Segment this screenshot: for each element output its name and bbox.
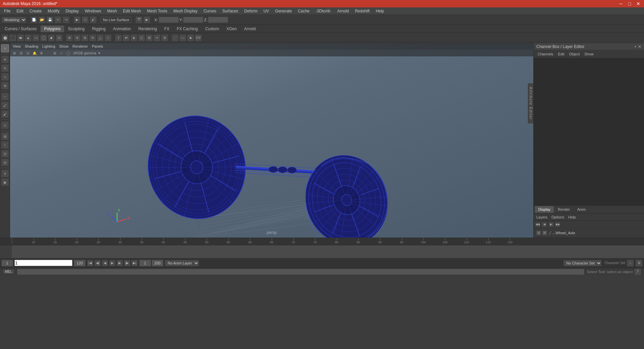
extrude-icon[interactable]: ⇪ <box>115 34 122 42</box>
layer-name[interactable]: ...Wheel_Axle <box>552 231 575 235</box>
z-input[interactable] <box>208 17 228 23</box>
menu-redshift[interactable]: Redshift <box>352 8 372 14</box>
prev-frame-btn[interactable]: ◀| <box>94 260 101 266</box>
title-bar-controls[interactable]: ─ □ ✕ <box>618 1 641 6</box>
vp-btn-3[interactable]: ⊡ <box>25 50 31 56</box>
jump-end-btn[interactable]: ▶| <box>131 260 138 266</box>
select-btn[interactable]: ▶ <box>73 16 81 23</box>
layer-vis-p[interactable]: P <box>542 231 547 235</box>
timeline-bar[interactable] <box>0 245 644 258</box>
vp-btn-2[interactable]: ⊟ <box>18 50 24 56</box>
separate-icon[interactable]: ⊖ <box>73 34 81 42</box>
anim-range-start[interactable] <box>139 260 151 266</box>
help-subtab[interactable]: Help <box>567 215 577 219</box>
vp-smooth-btn[interactable]: ◯ <box>65 50 71 56</box>
tab-animation[interactable]: Animation <box>110 26 134 32</box>
menu-mesh-display[interactable]: Mesh Display <box>171 8 200 14</box>
layer-next-btn[interactable]: ▶ <box>548 222 554 227</box>
menu-create[interactable]: Create <box>27 8 44 14</box>
menu-file[interactable]: File <box>1 8 13 14</box>
triangulate-icon[interactable]: △ <box>97 34 104 42</box>
boolean-icon[interactable]: ⊗ <box>81 34 89 42</box>
layer-play-btn[interactable]: ◀◀ <box>535 222 540 227</box>
snap-grid-btn[interactable]: ⊞ <box>1 132 9 140</box>
menu-mesh-tools[interactable]: Mesh Tools <box>144 8 170 14</box>
settings-btn[interactable]: ⚙ <box>635 259 643 267</box>
layer-prev-btn[interactable]: ◀ <box>542 222 547 227</box>
panel-close-btn[interactable]: ✕ <box>638 44 641 49</box>
anim-range-end[interactable] <box>152 260 163 266</box>
smooth-icon[interactable]: ≋ <box>89 34 96 42</box>
tab-xgen[interactable]: XGen <box>223 26 240 32</box>
display-tab-anim[interactable]: Anim <box>574 206 589 213</box>
prev-key-btn[interactable]: ◀ <box>102 260 108 266</box>
command-help-btn[interactable]: ? <box>634 268 641 276</box>
x-input[interactable] <box>159 17 179 23</box>
sculpt-btn[interactable]: 🖊 <box>1 101 9 109</box>
scale-tool-btn[interactable]: ⤡ <box>1 73 9 81</box>
paint-sel-btn[interactable]: 🖌 <box>1 110 9 118</box>
next-key-btn[interactable]: ▶ <box>116 260 123 266</box>
menu-mesh[interactable]: Mesh <box>104 8 119 14</box>
tab-sculpting[interactable]: Sculpting <box>65 26 88 32</box>
lasso-btn[interactable]: ⬡ <box>82 16 89 23</box>
redo-btn[interactable]: ↪ <box>62 16 70 23</box>
range-start-input[interactable] <box>1 260 13 266</box>
tab-rendering[interactable]: Rendering <box>135 26 160 32</box>
no-live-surface-btn[interactable]: No Live Surface <box>101 17 131 23</box>
tab-fx-caching[interactable]: FX Caching <box>173 26 201 32</box>
prism-icon[interactable]: ◆ <box>48 34 55 42</box>
menu-help[interactable]: Help <box>373 8 387 14</box>
vp-btn-5[interactable]: ⚙ <box>38 50 44 56</box>
quadrangulate-icon[interactable]: □ <box>104 34 112 42</box>
close-btn[interactable]: ✕ <box>635 1 641 6</box>
char-set-select[interactable]: No Character Set <box>563 260 602 266</box>
select-tool-btn[interactable]: ↖ <box>1 44 9 52</box>
isolate-sel-btn[interactable]: ◉ <box>1 178 9 186</box>
rotate-tool-btn[interactable]: ↻ <box>1 64 9 72</box>
mel-label[interactable]: MEL <box>3 269 14 274</box>
save-btn[interactable]: 💾 <box>46 16 54 23</box>
options-subtab[interactable]: Options <box>550 215 566 219</box>
display-tab-display[interactable]: Display <box>535 206 554 213</box>
tab-rigging[interactable]: Rigging <box>89 26 109 32</box>
menu-generate[interactable]: Generate <box>272 8 294 14</box>
select-verts-icon[interactable]: · <box>171 34 179 42</box>
menu-edit[interactable]: Edit <box>14 8 26 14</box>
minimize-btn[interactable]: ─ <box>618 1 624 6</box>
menu-curves[interactable]: Curves <box>201 8 219 14</box>
menu-3dtoall[interactable]: -3DtoAll- <box>313 8 334 14</box>
play-btn[interactable]: ▶ <box>109 260 116 266</box>
anim-layer-select[interactable]: No Anim Layer <box>165 260 199 266</box>
display-tab-render[interactable]: Render <box>554 206 573 213</box>
panel-expand-btn[interactable]: + <box>634 44 637 49</box>
merge-icon[interactable]: ⟨⟩ <box>138 34 145 42</box>
plane-icon[interactable]: ▭ <box>32 34 40 42</box>
open-btn[interactable]: 📂 <box>38 16 46 23</box>
vp-grid-btn[interactable]: ⊞ <box>52 50 58 56</box>
cb-tab-show[interactable]: Show <box>583 52 595 56</box>
target-weld-icon[interactable]: ⊛ <box>161 34 168 42</box>
vp-wireframe-btn[interactable]: □ <box>58 50 64 56</box>
paint-btn[interactable]: 🖌 <box>90 16 97 23</box>
frame-end-input[interactable] <box>74 260 86 266</box>
sphere-icon[interactable]: ⬤ <box>1 34 9 42</box>
tab-curves-surfaces[interactable]: Curves / Surfaces <box>1 26 40 32</box>
menu-cache[interactable]: Cache <box>295 8 312 14</box>
timeline-ruler[interactable]: 5101520253035404550556065707580859095100… <box>0 238 644 245</box>
viewport-info-btn[interactable]: ℹ <box>1 169 9 178</box>
undo-btn[interactable]: ↩ <box>54 16 62 23</box>
menu-modify[interactable]: Modify <box>45 8 62 14</box>
command-line-input[interactable] <box>17 269 584 275</box>
cylinder-icon[interactable]: ⬬ <box>17 34 24 42</box>
lighting-menu[interactable]: Lighting <box>42 44 55 48</box>
shading-menu[interactable]: Shading <box>25 44 38 48</box>
gamma-dropdown[interactable]: ▾ <box>98 51 100 55</box>
new-scene-btn[interactable]: 📄 <box>30 16 38 23</box>
tab-arnold[interactable]: Arnold <box>241 26 259 32</box>
layer-end-btn[interactable]: ▶▶ <box>555 222 560 227</box>
menu-surfaces[interactable]: Surfaces <box>220 8 241 14</box>
select-uvs-icon[interactable]: UV <box>195 34 202 42</box>
ipr-btn[interactable]: ▶ <box>143 16 151 23</box>
cone-icon[interactable]: ▲ <box>24 34 32 42</box>
